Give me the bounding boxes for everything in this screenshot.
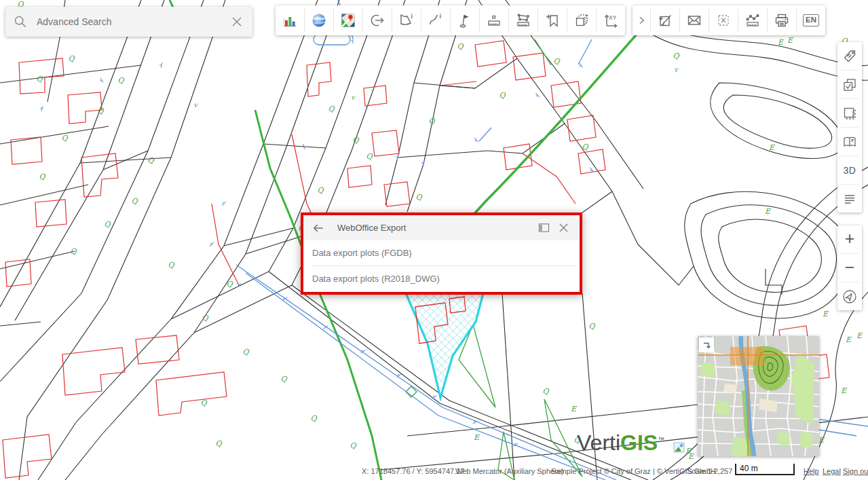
threed-button[interactable]: 3D — [837, 156, 862, 184]
print-button[interactable] — [768, 5, 796, 35]
svg-text:Q: Q — [68, 54, 75, 63]
export-session-button[interactable] — [363, 5, 392, 35]
search-icon — [5, 14, 35, 29]
svg-text:Q: Q — [280, 375, 287, 384]
bar-chart-icon — [282, 12, 298, 29]
svg-text:Q: Q — [70, 247, 77, 256]
polyline-info-button[interactable]: i — [421, 5, 450, 35]
status-coordinates: X: 1718457.76 / Y: 5954747.17 — [362, 467, 465, 475]
clear-selection-button[interactable] — [709, 5, 738, 35]
side-toolbar: 3D — [837, 42, 862, 213]
help-link[interactable]: Help — [804, 467, 819, 475]
google-earth-icon — [311, 12, 327, 29]
xy-axes-icon: XY — [603, 12, 619, 29]
cube-3d-icon — [573, 12, 590, 29]
close-dialog-icon[interactable] — [554, 223, 573, 233]
svg-text:Q: Q — [588, 322, 595, 331]
google-earth-button[interactable] — [305, 5, 333, 35]
area-ruler-icon — [515, 12, 531, 29]
export-option-dwg[interactable]: Data export plots (R2018_DWG) — [303, 266, 580, 291]
svg-text:Q: Q — [117, 76, 124, 85]
measure-area-button[interactable] — [509, 5, 537, 35]
statistics-chart-button[interactable] — [276, 5, 304, 35]
zoom-in-button[interactable]: + — [837, 225, 862, 253]
layer-transparency-button[interactable] — [837, 99, 862, 127]
weboffice-export-dialog: WebOffice Export Data export plots (FGDB… — [301, 213, 582, 295]
overview-collapse-button[interactable] — [699, 337, 714, 352]
legend-book-button[interactable] — [837, 128, 862, 155]
add-bookmark-button[interactable] — [538, 5, 567, 35]
svg-text:Q: Q — [310, 414, 317, 423]
svg-text:Q: Q — [202, 314, 208, 322]
svg-text:Q: Q — [366, 152, 373, 161]
svg-text:Q: Q — [352, 136, 359, 145]
locate-button[interactable] — [837, 282, 862, 310]
back-icon[interactable] — [312, 221, 325, 235]
svg-text:Q: Q — [131, 197, 138, 206]
open-book-icon — [842, 134, 858, 150]
svg-text:Q: Q — [350, 441, 356, 450]
edit-redline-icon — [657, 12, 673, 29]
svg-text:Q: Q — [36, 75, 43, 84]
dock-panel-icon[interactable] — [533, 223, 554, 233]
export-option-fgdb[interactable]: Data export plots (FGDB) — [303, 240, 580, 265]
svg-text:Q: Q — [226, 280, 233, 289]
layer-check-button[interactable] — [837, 71, 862, 98]
polyline-info-icon: i — [428, 12, 444, 29]
svg-text:XY: XY — [609, 14, 617, 21]
view-3d-button[interactable] — [567, 5, 596, 35]
flag-marker-button[interactable] — [451, 5, 479, 35]
scalebar: 40 m — [735, 464, 795, 475]
zoom-out-button[interactable]: − — [837, 254, 862, 282]
chevron-right-icon — [636, 15, 647, 26]
language-label: EN — [803, 14, 819, 26]
advanced-search-box[interactable] — [5, 7, 252, 37]
send-email-button[interactable] — [680, 5, 709, 35]
svg-text:Q: Q — [499, 91, 506, 100]
status-projection: Web Mercator (Auxiliary Sphere) — [455, 467, 563, 475]
layers-check-icon — [842, 77, 858, 93]
close-search-icon[interactable] — [221, 16, 252, 27]
main-toolbar: i i — [276, 5, 625, 35]
redlining-edit-button[interactable] — [651, 5, 679, 35]
svg-text:i: i — [411, 13, 413, 20]
tag-button[interactable] — [837, 42, 862, 70]
measure-length-button[interactable] — [480, 5, 508, 35]
dialog-header: WebOffice Export — [303, 215, 580, 240]
tag-icon — [842, 48, 858, 64]
overview-canvas — [698, 336, 819, 456]
svg-text:Q: Q — [242, 348, 249, 356]
svg-text:Q: Q — [104, 220, 111, 229]
svg-text:Q: Q — [553, 57, 560, 66]
transparency-icon — [842, 105, 858, 122]
minus-icon: − — [845, 259, 855, 276]
secondary-toolbar: EN — [633, 5, 825, 35]
svg-text:Q: Q — [147, 156, 154, 165]
legal-link[interactable]: Legal — [823, 467, 841, 475]
polygon-info-icon: i — [398, 12, 415, 29]
weboffice-app: { "search": { "placeholder": "Advanced S… — [0, 0, 868, 480]
dialog-title: WebOffice Export — [337, 223, 533, 233]
svg-text:Q: Q — [457, 42, 464, 51]
search-input[interactable] — [35, 16, 221, 28]
svg-text:Q: Q — [97, 107, 104, 115]
measure-points-button[interactable] — [738, 5, 767, 35]
overview-extent-rect[interactable] — [730, 347, 764, 365]
envelope-icon — [686, 12, 702, 29]
svg-text:Q: Q — [582, 143, 588, 151]
exit-arrow-icon — [369, 12, 385, 29]
ruler-icon — [486, 12, 502, 29]
google-maps-button[interactable] — [334, 5, 362, 35]
flag-icon — [457, 12, 473, 29]
polygon-info-button[interactable]: i — [392, 5, 421, 35]
svg-text:Q: Q — [673, 52, 679, 60]
svg-text:i: i — [440, 13, 442, 20]
expand-toolbar-button[interactable] — [633, 5, 650, 35]
layer-list-button[interactable] — [837, 185, 862, 213]
plus-icon: + — [845, 230, 855, 247]
svg-text:Q: Q — [542, 387, 549, 396]
xy-coordinates-button[interactable]: XY — [597, 5, 625, 35]
language-button[interactable]: EN — [797, 5, 825, 35]
signout-link[interactable]: Sign out — [843, 467, 868, 475]
overview-map[interactable] — [698, 336, 819, 456]
